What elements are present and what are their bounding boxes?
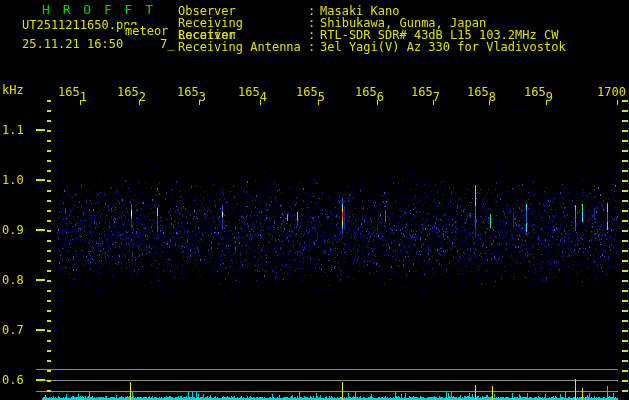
freq-tick-label: 1.1 [2,124,34,136]
station-name: meteor [125,25,168,37]
app-title: H R O F F T [42,4,156,16]
hrofft-screen: H R O F F T UT2511211650.png meteor 25.1… [0,0,629,400]
freq-tick-label: 0.8 [2,274,34,286]
time-tick-minute: 4 [260,90,267,104]
freq-tick-label: 1.0 [2,174,34,186]
time-tick-minute: 6 [377,90,384,104]
time-tick-label: 1653 [177,86,206,98]
time-tick-label: 1651 [58,86,87,98]
time-tick-label: 1658 [467,86,496,98]
time-axis: 1651165216531654165516561657165816591700 [0,86,629,106]
time-tick-minute: 3 [199,90,206,104]
time-tick-minute: 8 [489,90,496,104]
time-tick-main: 165 [296,85,318,99]
time-tick-main: 1700 [597,85,626,99]
time-tick-minute: 1 [80,90,87,104]
freq-tick-label: 0.9 [2,224,34,236]
time-tick-minute: 5 [318,90,325,104]
time-tick-label: 1700 [597,86,626,98]
time-tick-main: 165 [58,85,80,99]
observer-info-table: Observer:Masaki KanoReceiving Location:S… [178,5,566,53]
time-tick-label: 1654 [238,86,267,98]
info-row: Receiving Antenna:3el Yagi(V) Az 330 for… [178,41,566,53]
time-tick-main: 165 [467,85,489,99]
time-tick-main: 165 [117,85,139,99]
freq-tick-label: 0.6 [2,374,34,386]
time-tick-label: 1656 [355,86,384,98]
time-tick-label: 1657 [411,86,440,98]
record-datetime: 25.11.21 16:50 [22,38,123,50]
freq-tick-label: 0.7 [2,324,34,336]
info-separator: : [308,41,320,53]
info-label: Receiving Antenna [178,41,308,53]
info-value: 3el Yagi(V) Az 330 for Vladivostok [320,41,566,53]
time-tick-minute: 7 [433,90,440,104]
spectrogram-canvas [0,0,629,400]
time-tick-main: 165 [355,85,377,99]
time-tick-label: 1659 [524,86,553,98]
time-tick-label: 1652 [117,86,146,98]
time-tick-label: 1655 [296,86,325,98]
echo-count: 7_ [160,38,174,50]
output-filename: UT2511211650.png [22,19,138,31]
time-tick-main: 165 [238,85,260,99]
cursor-glyph: _ [167,37,174,51]
time-tick-main: 165 [411,85,433,99]
time-tick-minute: 9 [546,90,553,104]
time-tick-main: 165 [524,85,546,99]
time-tick-minute: 2 [139,90,146,104]
time-tick-main: 165 [177,85,199,99]
